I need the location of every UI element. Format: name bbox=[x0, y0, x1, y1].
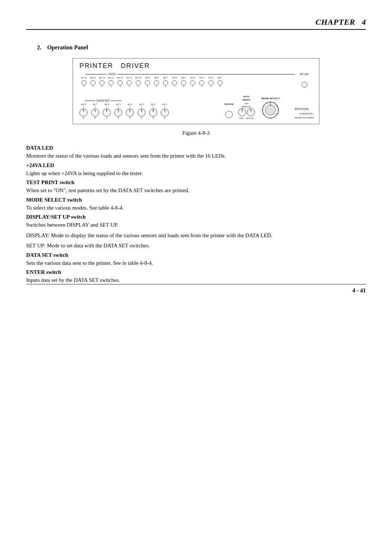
lower-bit-label-2: bit 21 bbox=[151, 103, 156, 109]
led-2 bbox=[208, 80, 213, 85]
bit-label-3: bit 3 bbox=[200, 77, 204, 80]
lower-bit-label-6: bit 61 bbox=[105, 103, 109, 109]
dc24v-label: DC24V bbox=[300, 73, 309, 76]
bit-label-8: bit 8 bbox=[154, 77, 159, 80]
term-heading-mode-select: MODE SELECT switch bbox=[26, 197, 366, 203]
page-number: 4 - 41 bbox=[352, 287, 366, 294]
rotary-switch-1[interactable] bbox=[161, 109, 169, 117]
term-body-display-setup-1: Switches between DISPLAY and SET UP. bbox=[26, 221, 366, 229]
off-label: OFF bbox=[239, 117, 244, 119]
led-7 bbox=[163, 80, 168, 85]
bit-label-10: bit 10 bbox=[135, 77, 141, 80]
chapter-number: 4 bbox=[362, 17, 366, 27]
rotary-switch-5[interactable] bbox=[114, 109, 122, 117]
term-heading-display-setup: DISPLAY/SET UP switch bbox=[26, 214, 366, 220]
led-3 bbox=[199, 80, 204, 85]
canon-label: CANON INC.MADE IN JAPAN bbox=[295, 112, 314, 119]
svg-point-1 bbox=[265, 105, 275, 115]
data-label: DATA bbox=[109, 73, 116, 76]
term-data-led: DATA LED Monitors the status of the vari… bbox=[26, 145, 366, 160]
led-12 bbox=[118, 80, 123, 85]
led-14 bbox=[99, 80, 105, 85]
lower-bit-label-3: bit 31 bbox=[139, 103, 144, 109]
term-heading-data-set: DATA SET switch bbox=[26, 252, 366, 258]
term-body-display-setup-3: SET UP: Mode to set data with the DATA S… bbox=[26, 242, 366, 250]
enter-label: ENTER bbox=[225, 103, 233, 106]
lower-bit-label-5: bit 51 bbox=[116, 103, 121, 109]
section-number: 2. bbox=[37, 44, 41, 50]
display-setup-labels: DISPLAY bbox=[242, 105, 252, 108]
bit-label-7: bit 7 bbox=[163, 77, 168, 80]
enter-switch[interactable] bbox=[225, 111, 233, 118]
rotary-switch-3[interactable] bbox=[138, 109, 146, 117]
rotary-switch-7[interactable] bbox=[91, 109, 99, 117]
term-body-24va: Lights up when +24VA is being supplied t… bbox=[26, 169, 366, 178]
chapter-label: CHAPTER bbox=[315, 17, 355, 27]
led-5 bbox=[181, 80, 186, 85]
bit-label-14: bit 14 bbox=[99, 77, 105, 80]
led-10 bbox=[136, 80, 141, 85]
lower-bit-label-8: bit 81 bbox=[81, 103, 86, 109]
term-body-mode-select: To select the various modes. See table 4… bbox=[26, 204, 366, 212]
bit-label-13: bit 13 bbox=[108, 77, 114, 80]
bit-label-12: bit 12 bbox=[117, 77, 123, 80]
figure-caption: Figure 4-8-3 bbox=[26, 130, 366, 136]
term-test-print: TEST PRINT switch When set to "ON", test… bbox=[26, 179, 366, 195]
figure-box: PRINTER DRIVER DATA bit 161 bit 151 bit … bbox=[73, 58, 319, 124]
ry-label: RY9-0104 bbox=[295, 107, 314, 111]
terms-container: DATA LED Monitors the status of the vari… bbox=[26, 145, 366, 284]
mode-select-dial[interactable]: 6 7 8 9 10 11 1 2 3 4 5 bbox=[261, 101, 280, 119]
display-label: DISPLAY bbox=[242, 105, 252, 108]
term-heading-24va: +24VA LED bbox=[26, 162, 366, 169]
on-label: ON bbox=[245, 102, 248, 105]
test-print-switch[interactable] bbox=[238, 108, 246, 116]
rotary-switch-4[interactable] bbox=[126, 109, 134, 117]
page-footer: 4 - 41 bbox=[26, 284, 366, 294]
term-enter: ENTER switch Inputs data set by the DATA… bbox=[26, 269, 366, 284]
bit-label-6: bit 6 bbox=[172, 77, 177, 80]
led-1 bbox=[217, 80, 222, 85]
bit-label-9: bit 9 bbox=[145, 77, 150, 80]
led-16 bbox=[81, 80, 86, 85]
svg-text:11: 11 bbox=[270, 117, 271, 119]
term-body-test-print: When set to "ON", test patterns set by t… bbox=[26, 186, 366, 195]
term-heading-enter: ENTER switch bbox=[26, 269, 366, 275]
led-4 bbox=[190, 80, 195, 85]
led-8 bbox=[154, 80, 159, 85]
section-title: Operation Panel bbox=[47, 44, 88, 50]
term-mode-select: MODE SELECT switch To select the various… bbox=[26, 197, 366, 212]
term-heading-data-led: DATA LED bbox=[26, 145, 366, 151]
bit-label-16: bit 16 bbox=[81, 77, 87, 80]
term-body-enter: Inputs data set by the DATA SET switches… bbox=[26, 276, 366, 284]
bit-label-2: bit 2 bbox=[209, 77, 213, 80]
bit-label-5: bit 5 bbox=[181, 77, 186, 80]
bit-label-11: bit 11 bbox=[126, 77, 132, 80]
svg-text:10: 10 bbox=[276, 113, 278, 115]
dc24v-led bbox=[302, 82, 307, 88]
rotary-switch-8[interactable] bbox=[79, 109, 87, 117]
led-15 bbox=[90, 80, 95, 85]
data-set-label: DATA SET bbox=[97, 99, 110, 102]
rotary-switch-6[interactable] bbox=[103, 109, 111, 117]
lower-bit-label-1: bit 11 bbox=[163, 103, 167, 109]
term-24va-led: +24VA LED Lights up when +24VA is being … bbox=[26, 162, 366, 178]
lower-bit-label-7: bit 71 bbox=[93, 103, 98, 109]
term-body-data-set: Sets the various data sent to the printe… bbox=[26, 259, 366, 267]
term-heading-test-print: TEST PRINT switch bbox=[26, 179, 366, 186]
bit-label-1: bit 1 bbox=[218, 77, 222, 80]
printer-driver-title: PRINTER DRIVER bbox=[78, 62, 150, 70]
setup-label: SET UP bbox=[246, 117, 253, 119]
led-11 bbox=[127, 80, 132, 85]
section-heading: 2. Operation Panel bbox=[37, 44, 366, 51]
test-print-label: TESTPRINT bbox=[242, 95, 250, 101]
off-setup-row: OFF SET UP bbox=[239, 117, 253, 119]
led-6 bbox=[172, 80, 177, 85]
mode-select-label: MODE SELECT bbox=[261, 97, 279, 100]
led-9 bbox=[145, 80, 150, 85]
display-setup-switch[interactable] bbox=[247, 108, 255, 116]
term-display-setup: DISPLAY/SET UP switch Switches between D… bbox=[26, 214, 366, 250]
rotary-switch-2[interactable] bbox=[149, 109, 157, 117]
bit-label-15: bit 15 bbox=[90, 77, 96, 80]
term-body-data-led: Monitors the status of the various loads… bbox=[26, 152, 366, 160]
bit-label-4: bit 4 bbox=[191, 77, 195, 80]
